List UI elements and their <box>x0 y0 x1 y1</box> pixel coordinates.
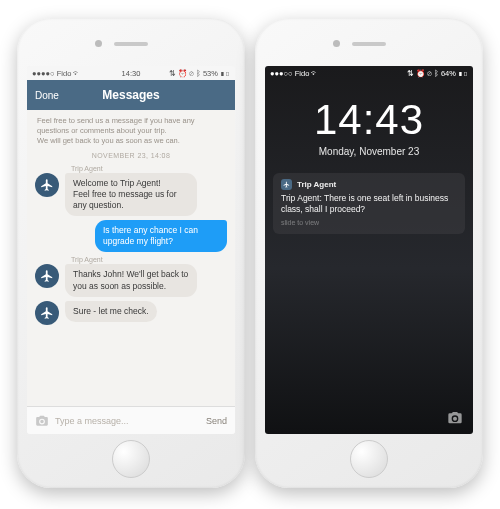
lock-screen: ●●●○○ Fido ᯤ ⇅ ⏰ ⊘ ᛒ 64% ▮▯ 14:43 Monday… <box>265 66 473 434</box>
camera-icon[interactable] <box>35 414 49 428</box>
slide-hint: slide to view <box>281 219 457 226</box>
plane-icon <box>35 301 59 325</box>
message-input[interactable]: Type a message... <box>55 416 200 426</box>
intro-text: Feel free to send us a message if you ha… <box>27 110 235 149</box>
bubble-incoming: Sure - let me check. <box>65 301 157 322</box>
notification-card[interactable]: Trip Agent Trip Agent: There is one seat… <box>273 173 465 234</box>
plane-icon <box>35 173 59 197</box>
lock-date: Monday, November 23 <box>265 146 473 157</box>
nav-bar: Done Messages <box>27 80 235 110</box>
bubble-incoming: Welcome to Trip Agent! Feel free to mess… <box>65 173 197 216</box>
timestamp-label: NOVEMBER 23, 14:08 <box>27 149 235 162</box>
notification-app-name: Trip Agent <box>297 180 336 189</box>
notification-body: Trip Agent: There is one seat left in bu… <box>281 193 457 215</box>
plane-icon <box>281 179 292 190</box>
done-button[interactable]: Done <box>35 90 59 101</box>
lock-clock: 14:43 <box>265 96 473 144</box>
message-row-in: Welcome to Trip Agent! Feel free to mess… <box>35 173 227 216</box>
message-row-in: Thanks John! We'll get back to you as so… <box>35 264 227 296</box>
send-button[interactable]: Send <box>206 416 227 426</box>
bubble-incoming: Thanks John! We'll get back to you as so… <box>65 264 197 296</box>
camera-icon[interactable] <box>447 410 463 426</box>
status-bar: ●●●●○ Fido ᯤ 14:30 ⇅ ⏰ ⊘ ᛒ 53% ▮▯ <box>27 66 235 80</box>
phone-mockup-right: ●●●○○ Fido ᯤ ⇅ ⏰ ⊘ ᛒ 64% ▮▯ 14:43 Monday… <box>255 18 483 488</box>
status-time: 14:30 <box>27 69 235 78</box>
chat-screen: ●●●●○ Fido ᯤ 14:30 ⇅ ⏰ ⊘ ᛒ 53% ▮▯ Done M… <box>27 66 235 434</box>
message-list[interactable]: Trip Agent Welcome to Trip Agent! Feel f… <box>27 162 235 406</box>
carrier-label: ●●●○○ Fido ᯤ <box>270 69 319 78</box>
composer-bar: Type a message... Send <box>27 406 235 434</box>
sender-label: Trip Agent <box>71 256 227 263</box>
bubble-outgoing: Is there any chance I can upgrade my fli… <box>95 220 227 252</box>
sender-label: Trip Agent <box>71 165 227 172</box>
nav-title: Messages <box>102 88 159 102</box>
status-extras: ⇅ ⏰ ⊘ ᛒ 64% ▮▯ <box>407 69 468 78</box>
message-row-in: Sure - let me check. <box>35 301 227 325</box>
status-bar: ●●●○○ Fido ᯤ ⇅ ⏰ ⊘ ᛒ 64% ▮▯ <box>265 66 473 80</box>
plane-icon <box>35 264 59 288</box>
phone-mockup-left: ●●●●○ Fido ᯤ 14:30 ⇅ ⏰ ⊘ ᛒ 53% ▮▯ Done M… <box>17 18 245 488</box>
message-row-out: Is there any chance I can upgrade my fli… <box>35 220 227 252</box>
